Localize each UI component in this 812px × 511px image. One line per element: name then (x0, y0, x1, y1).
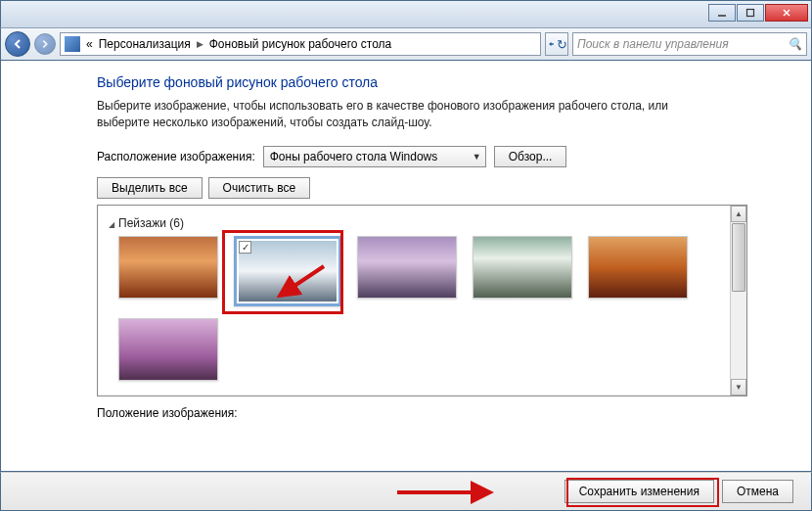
search-input[interactable]: Поиск в панели управления 🔍 (572, 32, 807, 56)
maximize-button[interactable] (737, 4, 764, 22)
control-panel-icon (65, 36, 80, 52)
breadcrumb-sep-icon: ▶ (197, 39, 203, 49)
wallpaper-thumb-selected[interactable]: ✓ (234, 236, 341, 306)
wallpaper-thumb[interactable] (118, 318, 218, 381)
image-location-row: Расположение изображения: Фоны рабочего … (97, 146, 811, 167)
search-placeholder: Поиск в панели управления (577, 37, 729, 51)
select-all-button[interactable]: Выделить все (97, 177, 203, 199)
wallpaper-thumb[interactable] (357, 236, 457, 299)
navigation-bar: « Персонализация ▶ Фоновый рисунок рабоч… (0, 27, 812, 61)
dialog-footer: Сохранить изменения Отмена (0, 472, 812, 511)
checkmark-icon: ✓ (239, 241, 251, 254)
location-dropdown[interactable]: Фоны рабочего стола Windows ▼ (263, 146, 486, 167)
breadcrumb-ellipsis[interactable]: « (86, 37, 93, 51)
address-bar[interactable]: « Персонализация ▶ Фоновый рисунок рабоч… (60, 32, 541, 56)
location-value: Фоны рабочего стола Windows (270, 150, 438, 163)
scroll-up-icon[interactable]: ▲ (731, 206, 746, 222)
window-titlebar (0, 0, 812, 27)
selection-buttons: Выделить все Очистить все (97, 177, 811, 199)
browse-button[interactable]: Обзор... (494, 146, 567, 167)
clear-all-button[interactable]: Очистить все (208, 177, 310, 199)
vertical-scrollbar[interactable]: ▲ ▼ (730, 206, 746, 395)
wallpaper-thumb[interactable] (118, 236, 218, 299)
thumbnail-row: ✓ (109, 236, 719, 381)
save-button[interactable]: Сохранить изменения (564, 480, 714, 503)
gallery-scroll-area[interactable]: Пейзажи (6) ✓ Персонажи (6) (99, 207, 729, 395)
wallpaper-gallery: Пейзажи (6) ✓ Персонажи (6) ▲ ▼ (97, 205, 747, 396)
location-label: Расположение изображения: (97, 150, 255, 163)
scroll-thumb[interactable] (732, 223, 745, 292)
wallpaper-thumb[interactable] (588, 236, 688, 299)
close-button[interactable] (765, 4, 808, 22)
minimize-button[interactable] (708, 4, 736, 22)
window-controls (708, 4, 808, 22)
position-label: Положение изображения: (97, 406, 811, 420)
forward-button[interactable] (34, 33, 56, 55)
cancel-button[interactable]: Отмена (722, 480, 793, 503)
search-icon: 🔍 (788, 37, 802, 51)
page-title: Выберите фоновый рисунок рабочего стола (97, 74, 811, 90)
wallpaper-thumb[interactable] (473, 236, 572, 299)
annotation-arrow-icon (392, 481, 500, 504)
breadcrumb-level1[interactable]: Персонализация (99, 37, 191, 51)
page-description: Выберите изображение, чтобы использовать… (97, 98, 723, 132)
back-button[interactable] (5, 31, 30, 57)
breadcrumb-level2[interactable]: Фоновый рисунок рабочего стола (209, 37, 392, 51)
content-area: Выберите фоновый рисунок рабочего стола … (0, 61, 812, 472)
category-landscapes[interactable]: Пейзажи (6) (109, 216, 719, 230)
refresh-button[interactable]: ↻ (545, 32, 568, 56)
svg-rect-1 (747, 10, 754, 17)
scroll-down-icon[interactable]: ▼ (731, 379, 746, 395)
chevron-down-icon: ▼ (473, 152, 481, 162)
